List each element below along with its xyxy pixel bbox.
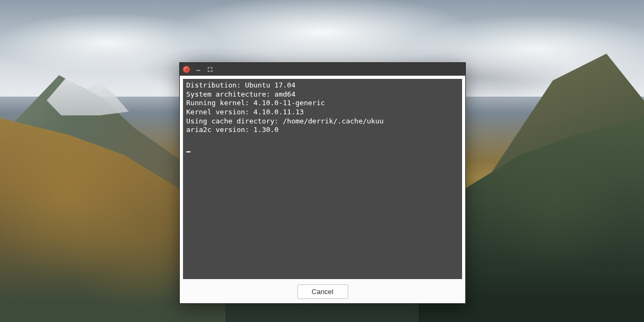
maximize-button[interactable] <box>206 65 214 73</box>
terminal-line: Kernel version: 4.10.0.11.13 <box>186 108 304 116</box>
terminal-line: Using cache directory: /home/derrik/.cac… <box>186 117 384 125</box>
terminal-output: Distribution: Ubuntu 17.04 System archit… <box>182 78 463 280</box>
terminal-line: Distribution: Ubuntu 17.04 <box>186 81 296 89</box>
minimize-icon <box>196 67 201 72</box>
terminal-cursor <box>186 145 191 152</box>
cancel-button[interactable]: Cancel <box>297 284 348 299</box>
close-button[interactable] <box>183 66 190 73</box>
progress-dialog: Distribution: Ubuntu 17.04 System archit… <box>179 62 466 304</box>
terminal-line: aria2c version: 1.30.0 <box>186 126 279 134</box>
minimize-button[interactable] <box>194 65 202 73</box>
window-titlebar[interactable] <box>180 63 465 76</box>
maximize-icon <box>208 67 213 72</box>
close-icon <box>185 68 188 71</box>
terminal-line: System architecture: amd64 <box>186 90 296 98</box>
dialog-button-bar: Cancel <box>180 280 465 303</box>
terminal-line: Running kernel: 4.10.0-11-generic <box>186 99 325 107</box>
